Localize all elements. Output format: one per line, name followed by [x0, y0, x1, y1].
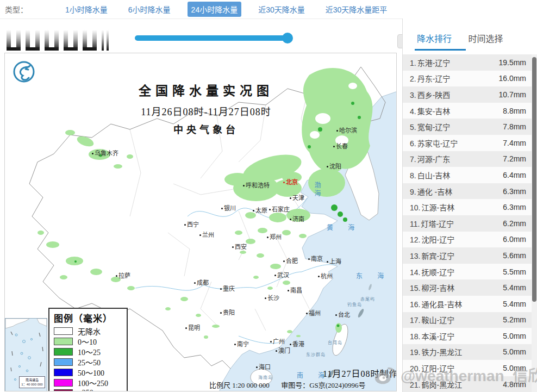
legend-swatch	[54, 369, 73, 376]
precipitation-value: 16.0mm	[498, 74, 526, 83]
island-label: 台湾岛	[328, 339, 342, 345]
precipitation-value: 7.8mm	[503, 122, 526, 131]
station-name: 2.丹东-辽宁	[410, 73, 450, 84]
legend-title: 图例（毫米）	[54, 311, 122, 325]
city-label: 兰州	[199, 232, 214, 238]
legend-swatch	[54, 348, 73, 356]
precipitation-value: 7.4mm	[503, 139, 526, 147]
city-label: 成都	[194, 280, 209, 286]
island-label: 东沙群岛	[306, 351, 326, 357]
city-label: 太原	[253, 208, 267, 214]
time-slider-track[interactable]	[135, 35, 291, 41]
type-tabs: 1小时降水量 6小时降水量 24小时降水量 近30天降水量 近30天降水量距平	[61, 2, 391, 17]
station-name: 8.白山-吉林	[410, 170, 450, 181]
ranking-row: 19.铁力-黑龙江 5.0mm	[403, 344, 537, 360]
clipped-time-glyphs	[7, 29, 109, 51]
side-tab[interactable]: 时间选择	[468, 32, 503, 45]
city-label: 广州	[270, 339, 285, 345]
clipped-glyph	[26, 29, 40, 51]
city-label: 乌鲁木齐	[92, 151, 118, 157]
sea-label: 东 海	[356, 271, 390, 280]
legend-label: 0～10	[78, 336, 97, 347]
inset-label: 南海诸岛 1：40 000 000	[19, 376, 45, 388]
city-label: 长春	[333, 144, 348, 150]
map-subtitle: 11月26日08时-11月27日08时	[86, 104, 326, 118]
legend-swatch	[54, 358, 73, 366]
city-label: 银川	[221, 206, 236, 211]
legend-row: 10～25	[54, 347, 122, 356]
city-label: 济南	[290, 216, 304, 222]
city-label: 拉萨	[116, 273, 130, 279]
legend-row: 50～100	[54, 368, 122, 376]
precipitation-value: 5.2mm	[503, 315, 526, 324]
time-slider-handle[interactable]	[282, 33, 293, 43]
type-tab[interactable]: 6小时降水量	[124, 2, 174, 17]
city-label: 上海	[327, 259, 341, 265]
city-label: 南昌	[288, 288, 302, 294]
legend-label: 10～25	[78, 346, 101, 357]
city-label: 重庆	[220, 286, 235, 292]
scrollbar-thumb[interactable]	[532, 57, 536, 302]
city-label: 北京	[283, 179, 298, 185]
ranking-row: 12.沈阳-辽宁 6.0mm	[403, 232, 537, 248]
precipitation-value: 10.7mm	[498, 90, 526, 99]
city-label: 南京	[308, 256, 323, 262]
legend-row: 100～250	[54, 378, 122, 387]
city-label: 海口	[256, 364, 271, 370]
city-label: 合肥	[283, 258, 298, 264]
city-label: 呼和浩特	[243, 183, 270, 189]
side-tab[interactable]: 降水排行	[417, 32, 452, 45]
precipitation-value: 19.5mm	[498, 58, 526, 67]
scrollbar[interactable]	[532, 54, 537, 392]
precipitation-value: 5.4mm	[503, 300, 526, 308]
ranking-row: 14.抚顺-辽宁 5.5mm	[403, 264, 537, 280]
city-label: 长沙	[265, 295, 279, 301]
side-panel-tabs: 降水排行 时间选择	[403, 18, 537, 54]
precipitation-value: 5.4mm	[503, 283, 526, 292]
cma-logo-icon	[13, 60, 35, 83]
precipitation-value: 6.0mm	[503, 235, 526, 244]
city-label: 西安	[232, 244, 247, 250]
station-name: 12.沈阳-辽宁	[410, 234, 454, 245]
ranking-row: 15.柳河-吉林 5.4mm	[403, 279, 537, 296]
ranking-row: 7.河源-广东 7.2mm	[403, 151, 537, 167]
precipitation-value: 6.4mm	[503, 171, 526, 179]
type-tab[interactable]: 1小时降水量	[61, 2, 111, 17]
station-name: 17.鞍山-辽宁	[410, 314, 454, 325]
city-label: 哈尔滨	[336, 128, 357, 134]
type-tab[interactable]: 24小时降水量	[188, 2, 242, 17]
map-scale: 比例尺 1:20 000 000	[209, 381, 270, 389]
island-label: 赤尾屿	[360, 296, 375, 302]
legend-label: ≥250	[78, 389, 93, 392]
station-name: 6.苏家屯-辽宁	[410, 138, 458, 148]
map-scale-line: 比例尺 1:20 000 000 审图号：GS京(2024)0996号	[209, 379, 365, 390]
city-label: 杭州	[318, 273, 333, 279]
city-label: 郑州	[267, 234, 282, 240]
type-tab[interactable]: 近30天降水量	[254, 2, 309, 17]
timeline-row: 11/27 08:00	[0, 19, 402, 53]
time-slider[interactable]: 11/27 08:00	[135, 35, 291, 41]
station-name: 5.宽甸-辽宁	[410, 121, 450, 132]
side-panel: 降水排行 时间选择 1.东港-辽宁 19.5mm 2.丹东-辽宁 16.0mm …	[402, 18, 537, 392]
ranking-row: 17.鞍山-辽宁 5.2mm	[403, 312, 537, 328]
map-approval-number: 审图号：GS京(2024)0996号	[281, 381, 365, 389]
legend-row: ≥250	[54, 389, 122, 391]
type-tab[interactable]: 近30天降水量距平	[322, 2, 391, 17]
ranking-row: 8.白山-吉林 6.4mm	[403, 167, 537, 183]
precipitation-value: 6.3mm	[503, 187, 526, 196]
legend-row: 0～10	[54, 337, 122, 345]
type-label: 类型：	[5, 4, 28, 15]
precipitation-value: 6.2mm	[503, 219, 526, 228]
station-name: 15.柳河-吉林	[410, 282, 454, 293]
south-china-sea-inset: 南海诸岛 1：40 000 000	[5, 318, 47, 391]
ranking-row: 2.丹东-辽宁 16.0mm	[403, 71, 537, 87]
map-legend: 图例（毫米） 无降水 0～10 10～25	[48, 308, 128, 391]
legend-label: 50～100	[78, 367, 104, 378]
precipitation-value: 5.0mm	[503, 332, 526, 340]
city-label: 石家庄	[269, 207, 290, 213]
city-label: 西宁	[184, 222, 199, 228]
precipitation-value: 7.2mm	[503, 154, 526, 163]
sea-label: 黄 海	[327, 222, 361, 232]
sea-label: 渤海	[313, 182, 322, 198]
legend-items: 无降水 0～10 10～25 25～50	[54, 327, 122, 391]
